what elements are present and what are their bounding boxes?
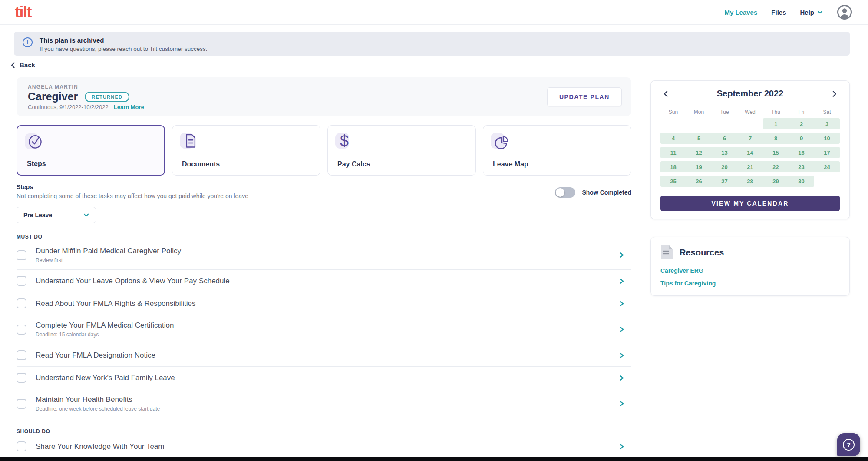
calendar-day[interactable]: 19 bbox=[686, 161, 712, 172]
step-item[interactable]: Understand Your Leave Options & View You… bbox=[17, 270, 631, 292]
step-item-title: Complete Your FMLA Medical Certification bbox=[36, 321, 619, 330]
tab-steps-label: Steps bbox=[27, 160, 155, 168]
nav-my-leaves[interactable]: My Leaves bbox=[724, 9, 757, 16]
step-checkbox[interactable] bbox=[17, 250, 26, 260]
calendar-day[interactable]: 22 bbox=[763, 161, 789, 172]
step-item-note: Review first bbox=[36, 257, 619, 263]
resources-title: Resources bbox=[680, 248, 724, 258]
calendar-day[interactable]: 27 bbox=[712, 176, 737, 187]
calendar-day[interactable]: 29 bbox=[763, 176, 789, 187]
view-my-calendar-button[interactable]: VIEW MY CALENDAR bbox=[660, 196, 840, 211]
resources-doc-icon bbox=[660, 245, 673, 260]
calendar-week: 45678910 bbox=[660, 133, 840, 144]
help-fab[interactable]: ? bbox=[837, 433, 860, 456]
calendar-day[interactable]: 4 bbox=[660, 133, 686, 144]
step-checkbox[interactable] bbox=[17, 325, 26, 335]
resource-link-caregiver-erg[interactable]: Caregiver ERG bbox=[660, 267, 840, 274]
step-group-heading: SHOULD DO bbox=[17, 428, 631, 434]
tab-pay-calcs[interactable]: $ Pay Calcs bbox=[327, 125, 476, 176]
steps-header: Steps Not completing some of these tasks… bbox=[17, 183, 631, 199]
calendar-day[interactable]: 20 bbox=[712, 161, 737, 172]
calendar-day[interactable]: 21 bbox=[737, 161, 763, 172]
step-checkbox[interactable] bbox=[17, 399, 26, 409]
step-item[interactable]: Complete Your FMLA Medical Certification… bbox=[17, 315, 631, 344]
show-completed-toggle[interactable] bbox=[555, 187, 575, 198]
calendar-day[interactable]: 7 bbox=[737, 133, 763, 144]
calendar-day[interactable]: 15 bbox=[763, 147, 789, 158]
calendar-weekday: Sat bbox=[814, 109, 840, 115]
avatar-icon[interactable] bbox=[837, 4, 852, 20]
tab-documents-label: Documents bbox=[182, 160, 310, 168]
step-checkbox[interactable] bbox=[17, 276, 26, 286]
top-bar: tilt My Leaves Files Help bbox=[0, 0, 868, 25]
main-content: ANGELA MARTIN Caregiver RETURNED Continu… bbox=[17, 77, 631, 458]
calendar-grid: 1234567891011121314151617181920212223242… bbox=[660, 118, 840, 187]
calendar-day[interactable]: 8 bbox=[763, 133, 789, 144]
step-item-text: Share Your Knowledge With Your Team bbox=[36, 442, 619, 451]
calendar-day[interactable]: 12 bbox=[686, 147, 712, 158]
step-item[interactable]: Read Your FMLA Designation Notice bbox=[17, 344, 631, 367]
nav-files[interactable]: Files bbox=[771, 9, 786, 16]
calendar-day[interactable]: 2 bbox=[789, 118, 814, 129]
back-button[interactable]: Back bbox=[10, 61, 35, 69]
chevron-right-icon bbox=[619, 352, 624, 359]
phase-filter-select[interactable]: Pre Leave bbox=[17, 207, 96, 223]
step-group-heading: MUST DO bbox=[17, 234, 631, 240]
calendar-day[interactable]: 16 bbox=[789, 147, 814, 158]
calendar-month-title: September 2022 bbox=[717, 89, 783, 99]
step-item[interactable]: Read About Your FMLA Rights & Responsibi… bbox=[17, 292, 631, 315]
chevron-right-icon bbox=[619, 375, 624, 381]
steps-groups: MUST DODunder Mifflin Paid Medical Careg… bbox=[17, 234, 631, 458]
calendar-day[interactable]: 5 bbox=[686, 133, 712, 144]
calendar-day[interactable]: 6 bbox=[712, 133, 737, 144]
update-plan-button[interactable]: UPDATE PLAN bbox=[547, 87, 622, 106]
step-checkbox[interactable] bbox=[17, 350, 26, 360]
calendar-day-empty bbox=[737, 118, 763, 129]
calendar-week: 18192021222324 bbox=[660, 161, 840, 172]
calendar-day[interactable]: 9 bbox=[789, 133, 814, 144]
calendar-day[interactable]: 28 bbox=[737, 176, 763, 187]
steps-subtitle: Not completing some of these tasks may a… bbox=[17, 192, 631, 199]
step-item[interactable]: Understand New York's Paid Family Leave bbox=[17, 367, 631, 389]
step-checkbox[interactable] bbox=[17, 298, 26, 308]
step-checkbox[interactable] bbox=[17, 373, 26, 383]
calendar-day[interactable]: 10 bbox=[814, 133, 840, 144]
calendar-day[interactable]: 30 bbox=[789, 176, 814, 187]
status-badge: RETURNED bbox=[85, 92, 129, 102]
calendar-day[interactable]: 25 bbox=[660, 176, 686, 187]
step-item-note: Deadline: 15 calendar days bbox=[36, 332, 619, 338]
calendar-next-icon[interactable] bbox=[832, 90, 837, 98]
step-item-title: Maintain Your Health Benefits bbox=[36, 395, 619, 404]
step-item[interactable]: Dunder Mifflin Paid Medical Caregiver Po… bbox=[17, 241, 631, 270]
calendar-day[interactable]: 17 bbox=[814, 147, 840, 158]
tab-steps[interactable]: Steps bbox=[17, 125, 165, 176]
dollar-icon: $ bbox=[337, 132, 356, 152]
step-item-list: Dunder Mifflin Paid Medical Caregiver Po… bbox=[17, 241, 631, 418]
calendar-day[interactable]: 18 bbox=[660, 161, 686, 172]
learn-more-link[interactable]: Learn More bbox=[114, 104, 144, 110]
calendar-day[interactable]: 14 bbox=[737, 147, 763, 158]
tab-leave-map[interactable]: Leave Map bbox=[483, 125, 631, 176]
calendar-day[interactable]: 11 bbox=[660, 147, 686, 158]
resource-link-tips[interactable]: Tips for Caregiving bbox=[660, 280, 840, 287]
calendar-day[interactable]: 1 bbox=[763, 118, 789, 129]
calendar-day[interactable]: 3 bbox=[814, 118, 840, 129]
calendar-day[interactable]: 13 bbox=[712, 147, 737, 158]
calendar-prev-icon[interactable] bbox=[663, 90, 668, 98]
toggle-knob bbox=[556, 188, 564, 197]
step-item-title: Share Your Knowledge With Your Team bbox=[36, 442, 619, 451]
leave-type-title: Caregiver bbox=[28, 90, 78, 103]
step-item[interactable]: Maintain Your Health BenefitsDeadline: o… bbox=[17, 389, 631, 418]
tilt-logo[interactable]: tilt bbox=[15, 3, 31, 21]
calendar-day[interactable]: 23 bbox=[789, 161, 814, 172]
calendar-day[interactable]: 24 bbox=[814, 161, 840, 172]
step-item[interactable]: Share Your Knowledge With Your Team bbox=[17, 435, 631, 458]
step-checkbox[interactable] bbox=[17, 441, 26, 451]
chevron-right-icon bbox=[619, 300, 624, 307]
calendar-day[interactable]: 26 bbox=[686, 176, 712, 187]
nav-help[interactable]: Help bbox=[800, 9, 823, 16]
calendar-weekday: Wed bbox=[737, 109, 763, 115]
tab-documents[interactable]: Documents bbox=[172, 125, 320, 176]
bottom-bar bbox=[0, 457, 868, 461]
calendar-week: 123 bbox=[660, 118, 840, 129]
